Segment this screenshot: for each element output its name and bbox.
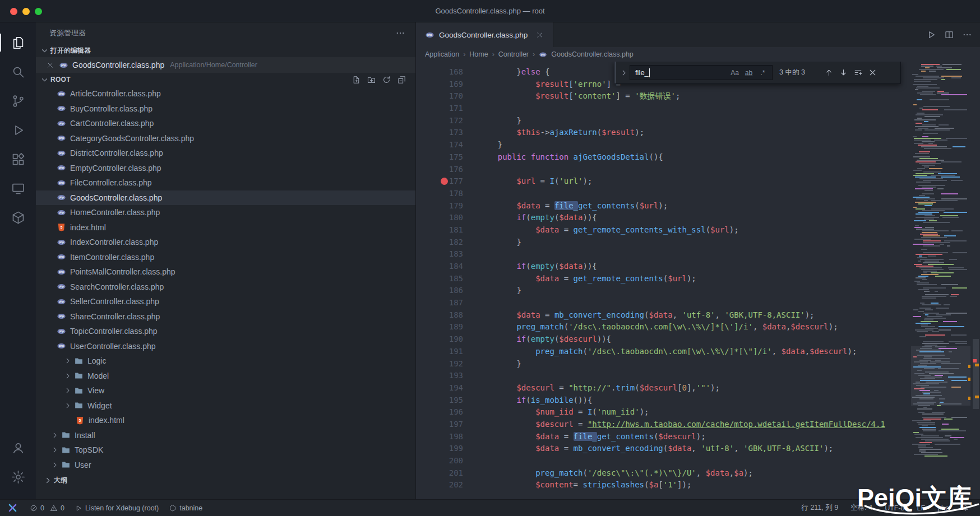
tree-item-cartcontroller-class-php[interactable]: phpCartController.class.php xyxy=(36,116,415,131)
line-number[interactable]: 175 xyxy=(416,151,475,164)
activity-settings[interactable] xyxy=(0,462,36,491)
code-line[interactable]: 186 } xyxy=(416,285,902,297)
close-window-button[interactable] xyxy=(10,8,17,15)
line-number[interactable]: 170 xyxy=(416,90,475,103)
debug-listen-status[interactable]: Listen for Xdebug (root) xyxy=(70,500,164,516)
line-number[interactable]: 202 xyxy=(416,479,475,491)
line-number[interactable]: 197 xyxy=(416,419,475,431)
tree-item-install[interactable]: Install xyxy=(36,428,415,443)
tree-item-sharecontroller-class-php[interactable]: phpShareController.class.php xyxy=(36,309,415,324)
refresh-icon[interactable] xyxy=(382,75,391,85)
tree-item-homecontroller-class-php[interactable]: phpHomeController.class.php xyxy=(36,205,415,220)
line-number[interactable]: 189 xyxy=(416,321,475,333)
tree-item-model[interactable]: Model xyxy=(36,369,415,384)
line-number[interactable]: 182 xyxy=(416,236,475,249)
minimap[interactable] xyxy=(911,64,970,462)
minimap-slider[interactable] xyxy=(911,346,970,406)
scrollbar-thumb[interactable] xyxy=(973,339,979,409)
title-bar[interactable]: GoodsController.class.php — root xyxy=(0,0,980,22)
close-tab-icon[interactable] xyxy=(535,31,544,39)
open-editor-item[interactable]: php GoodsController.class.php Applicatio… xyxy=(36,57,415,73)
line-number[interactable]: 194 xyxy=(416,382,475,394)
code-line[interactable]: 170 $result['content'] = '数据错误'; xyxy=(416,90,902,103)
tree-item-topiccontroller-class-php[interactable]: phpTopicController.class.php xyxy=(36,324,415,339)
arrow-up-icon[interactable] xyxy=(824,68,834,77)
activity-extensions[interactable] xyxy=(0,145,36,174)
tree-item-itemcontroller-class-php[interactable]: phpItemController.class.php xyxy=(36,250,415,265)
new-file-icon[interactable] xyxy=(352,75,361,85)
collapse-all-icon[interactable] xyxy=(397,75,406,85)
code-line[interactable]: 171 xyxy=(416,103,902,115)
code-line[interactable]: 172 } xyxy=(416,115,902,127)
code-line[interactable]: 178 xyxy=(416,188,902,200)
line-number[interactable]: 181 xyxy=(416,224,475,236)
code-line[interactable]: 196 $num_iid = I('num_iid'); xyxy=(416,406,902,419)
code-line[interactable]: 194 $descurl = "http://".trim($descurl[0… xyxy=(416,382,902,394)
line-number[interactable]: 199 xyxy=(416,443,475,455)
code-line[interactable]: 179 $data = file_get_contents($url); xyxy=(416,200,902,212)
line-number[interactable]: 200 xyxy=(416,455,475,467)
tree-item-districtcontroller-class-php[interactable]: phpDistrictController.class.php xyxy=(36,146,415,161)
code-line[interactable]: 201 preg_match('/desc\"\:\"(.*)\"\}/U', … xyxy=(416,467,902,480)
language-mode-status[interactable]: php xyxy=(932,504,954,512)
code-line[interactable]: 176 xyxy=(416,164,902,176)
tree-item-topsdk[interactable]: TopSDK xyxy=(36,443,415,458)
activity-explorer[interactable] xyxy=(0,28,36,57)
zoom-window-button[interactable] xyxy=(35,8,42,15)
split-editor-icon[interactable] xyxy=(944,30,954,40)
breadcrumb-item[interactable]: Application xyxy=(425,50,459,58)
line-number[interactable]: 191 xyxy=(416,346,475,358)
code-line[interactable]: 173 $this->ajaxReturn($result); xyxy=(416,127,902,139)
breakpoint-dot[interactable] xyxy=(441,178,448,185)
tree-item-index-html[interactable]: 5index.html xyxy=(36,413,415,428)
tree-item-goodscontroller-class-php[interactable]: phpGoodsController.class.php xyxy=(36,190,415,206)
sidebar-more-actions-icon[interactable] xyxy=(395,28,405,38)
section-open-editors[interactable]: 打开的编辑器 xyxy=(36,44,415,57)
activity-remote-explorer[interactable] xyxy=(0,174,36,203)
code-line[interactable]: 198 $data = file_get_contents($descurl); xyxy=(416,431,902,443)
line-number[interactable]: 172 xyxy=(416,115,475,127)
line-number[interactable]: 185 xyxy=(416,273,475,285)
line-number[interactable]: 190 xyxy=(416,333,475,346)
code-line[interactable]: 188 $data = mb_convert_encoding($data, '… xyxy=(416,309,902,322)
line-number[interactable]: 179 xyxy=(416,200,475,212)
code-line[interactable]: 200 xyxy=(416,455,902,467)
regex-toggle[interactable]: .* xyxy=(757,67,769,78)
whole-word-toggle[interactable]: ab xyxy=(743,67,755,78)
tree-item-logic[interactable]: Logic xyxy=(36,354,415,369)
section-outline[interactable]: 大纲 xyxy=(36,473,415,487)
line-number[interactable]: 176 xyxy=(416,164,475,176)
tab-goodscontroller[interactable]: php GoodsController.class.php xyxy=(416,22,553,47)
line-number[interactable]: 188 xyxy=(416,309,475,322)
line-number[interactable]: 174 xyxy=(416,139,475,151)
tree-item-index-html[interactable]: 5index.html xyxy=(36,220,415,235)
line-number[interactable]: 171 xyxy=(416,103,475,115)
editor-viewport[interactable]: 168 }else {169 $result['errno'] = 170 $r… xyxy=(416,62,980,499)
line-number[interactable]: 169 xyxy=(416,78,475,91)
ellipsis-icon[interactable] xyxy=(962,30,972,40)
activity-references[interactable] xyxy=(0,203,36,232)
line-number[interactable]: 192 xyxy=(416,358,475,370)
code-area[interactable]: 168 }else {169 $result['errno'] = 170 $r… xyxy=(416,66,902,491)
code-line[interactable]: 182 } xyxy=(416,236,902,249)
indentation-status[interactable]: 空格: 4 xyxy=(845,503,877,513)
activity-account[interactable] xyxy=(0,433,36,462)
line-number[interactable]: 183 xyxy=(416,248,475,261)
notifications-status[interactable] xyxy=(956,504,974,512)
tree-item-articlecontroller-class-php[interactable]: phpArticleController.class.php xyxy=(36,86,415,101)
activity-search[interactable] xyxy=(0,57,36,86)
code-line[interactable]: 192 } xyxy=(416,358,902,370)
tree-item-usercontroller-class-php[interactable]: phpUserController.class.php xyxy=(36,339,415,354)
breadcrumb-item[interactable]: Home xyxy=(469,50,488,58)
breadcrumb-item[interactable]: GoodsController.class.php xyxy=(551,50,634,58)
find-input[interactable]: file_ Aa ab .* xyxy=(630,65,773,80)
tree-item-buycontroller-class-php[interactable]: phpBuyController.class.php xyxy=(36,101,415,117)
tree-item-categorygoodscontroller-class-php[interactable]: phpCategoryGoodsController.class.php xyxy=(36,131,415,146)
tree-item-searchcontroller-class-php[interactable]: phpSearchController.class.php xyxy=(36,280,415,295)
line-number[interactable]: 178 xyxy=(416,188,475,200)
line-number[interactable]: 187 xyxy=(416,297,475,309)
line-number[interactable]: 168 xyxy=(416,66,475,78)
tree-item-emptycontroller-class-php[interactable]: phpEmptyController.class.php xyxy=(36,161,415,176)
code-line[interactable]: 180 if(empty($data)){ xyxy=(416,212,902,224)
code-line[interactable]: 181 $data = get_remote_contents_with_ssl… xyxy=(416,224,902,236)
